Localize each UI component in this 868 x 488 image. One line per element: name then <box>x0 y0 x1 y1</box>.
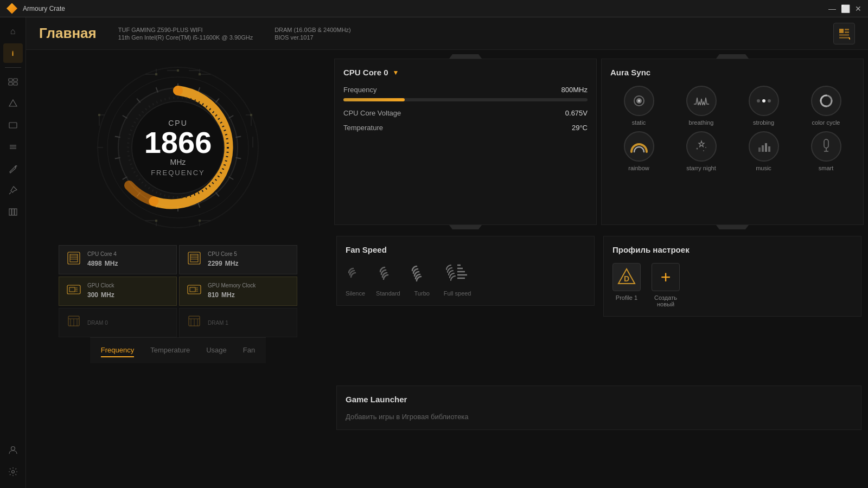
aura-sync-panel: Aura Sync <box>601 59 864 225</box>
titlebar-controls: — ⬜ ✕ <box>829 5 861 12</box>
svg-rect-55 <box>190 254 198 262</box>
game-launcher-panel: Game Launcher Добавить игры в Игровая би… <box>336 386 861 430</box>
aura-color-cycle[interactable]: color cycle <box>797 86 854 126</box>
sidebar-item-library[interactable] <box>3 202 23 222</box>
sidebar-item-home[interactable]: ⌂ <box>3 22 23 41</box>
system-info-group: TUF GAMING Z590-PLUS WIFI 11th Gen Intel… <box>118 27 253 41</box>
sidebar-item-tools[interactable] <box>3 159 23 178</box>
svg-point-14 <box>11 471 14 473</box>
svg-rect-44 <box>199 220 201 222</box>
stats-grid: CPU Core 4 4898 MHz CPU Core 5 2299 MHz <box>59 245 297 337</box>
app-logo-icon <box>7 3 17 14</box>
fan-silence-label: Silence <box>346 290 365 297</box>
dram0-icon <box>67 314 82 331</box>
strobing-dots <box>757 99 771 102</box>
cpu-core-dropdown[interactable]: ▼ <box>393 69 399 76</box>
cpu-value: 1866 <box>144 127 212 158</box>
tab-fan[interactable]: Fan <box>243 344 255 357</box>
tab-temperature[interactable]: Temperature <box>150 344 190 357</box>
aura-static[interactable]: static <box>610 86 667 126</box>
main-content: Главная TUF GAMING Z590-PLUS WIFI 11th G… <box>26 17 868 488</box>
stat-info-dram0: DRAM 0 <box>87 320 108 326</box>
svg-rect-86 <box>758 147 761 152</box>
game-launcher-title: Game Launcher <box>346 395 407 404</box>
sidebar-divider-1 <box>5 67 21 68</box>
close-button[interactable]: ✕ <box>855 5 861 12</box>
stat-card-dram1: DRAM 1 <box>179 308 297 337</box>
music-icon-box <box>749 131 779 162</box>
sidebar-item-gamevisual[interactable] <box>3 115 23 135</box>
voltage-row: CPU Core Voltage 0.675V <box>343 109 588 117</box>
smart-label: smart <box>819 165 834 171</box>
connector-top-1 <box>334 54 597 59</box>
top-panels-row: CPU Core 0 ▼ Frequency 800MHz <box>332 52 866 232</box>
tab-usage[interactable]: Usage <box>206 344 227 357</box>
profile-1-item[interactable]: D Profile 1 <box>612 263 641 307</box>
static-label: static <box>632 119 646 126</box>
static-icon-box <box>624 86 654 116</box>
s-dot-2 <box>762 99 765 102</box>
fan-full-speed[interactable]: Full speed <box>444 263 471 297</box>
minimize-button[interactable]: — <box>829 5 835 12</box>
sidebar-item-pinned[interactable] <box>3 181 23 200</box>
stat-info-dram1: DRAM 1 <box>208 320 228 326</box>
game-launcher-wrapper: Game Launcher Добавить игры в Игровая би… <box>334 383 864 484</box>
sidebar-item-devices[interactable] <box>3 72 23 92</box>
svg-rect-40 <box>177 69 179 72</box>
aura-starry-night[interactable]: starry night <box>673 131 730 171</box>
strobing-icon-box <box>749 86 779 116</box>
fan-options: Silence <box>346 263 585 297</box>
create-label: Создатьновый <box>654 294 677 307</box>
fan-turbo[interactable]: Turbo <box>411 263 433 297</box>
fan-silence[interactable]: Silence <box>346 263 365 297</box>
sidebar-item-armoury[interactable] <box>3 137 23 157</box>
aura-panel-wrapper: Aura Sync <box>601 54 864 229</box>
connector-top-2 <box>601 54 864 59</box>
profile-1-label: Profile 1 <box>616 294 637 301</box>
svg-rect-60 <box>69 287 75 292</box>
rainbow-label: rainbow <box>628 165 649 171</box>
aura-breathing[interactable]: breathing <box>673 86 730 126</box>
aura-music[interactable]: music <box>735 131 792 171</box>
svg-rect-45 <box>98 114 100 116</box>
sidebar-item-info[interactable]: i <box>3 43 23 63</box>
profile-options: D Profile 1 + <box>612 263 852 307</box>
fan-full-speed-icon <box>445 263 469 287</box>
stat-value-cpu5: 2299 MHz <box>208 257 238 268</box>
gpu-icon <box>67 282 82 300</box>
svg-text:D: D <box>624 274 629 283</box>
svg-rect-10 <box>9 209 11 215</box>
voltage-value: 0.675V <box>565 109 588 117</box>
sidebar-item-scenarios[interactable] <box>3 94 23 113</box>
restore-button[interactable]: ⬜ <box>842 5 848 12</box>
memory-info-group: DRAM (16.0GB & 2400MHz) BIOS ver.1017 <box>275 27 351 41</box>
cpu-core5-icon <box>187 251 202 268</box>
svg-rect-17 <box>845 31 849 33</box>
voltage-label: CPU Core Voltage <box>343 109 401 117</box>
frequency-progress-fill <box>343 98 405 101</box>
main-body: CPU 1866 MHz FREQUENCY CPU Core 4 <box>26 50 868 488</box>
aura-rainbow[interactable]: rainbow <box>610 131 667 171</box>
stat-value-cpu4: 4898 MHz <box>87 257 118 268</box>
rainbow-icon-box <box>624 131 654 162</box>
fan-full-speed-label: Full speed <box>444 290 471 297</box>
frequency-label: Frequency <box>343 86 376 94</box>
aura-strobing[interactable]: strobing <box>735 86 792 126</box>
layout-button[interactable] <box>833 23 855 44</box>
left-panel: CPU 1866 MHz FREQUENCY CPU Core 4 <box>26 50 330 488</box>
fan-speed-panel-wrapper: Fan Speed <box>334 234 597 379</box>
stat-info-cpu5: CPU Core 5 2299 MHz <box>208 251 238 268</box>
tab-frequency[interactable]: Frequency <box>101 344 134 357</box>
svg-rect-3 <box>14 82 17 85</box>
stat-info-cpu4: CPU Core 4 4898 MHz <box>87 251 118 268</box>
aura-smart[interactable]: smart <box>797 131 854 171</box>
game-launcher-row: Game Launcher Добавить игры в Игровая би… <box>332 381 866 486</box>
sidebar-item-settings[interactable] <box>3 462 23 481</box>
fan-standard[interactable]: Standard <box>376 263 400 297</box>
sidebar-item-user[interactable] <box>3 440 23 460</box>
create-profile-item[interactable]: + Создатьновый <box>652 263 680 307</box>
stat-name-gpumem: GPU Memory Clock <box>208 282 256 288</box>
color-cycle-label: color cycle <box>812 119 840 126</box>
svg-rect-15 <box>839 29 844 33</box>
system-name: TUF GAMING Z590-PLUS WIFI <box>118 27 253 33</box>
